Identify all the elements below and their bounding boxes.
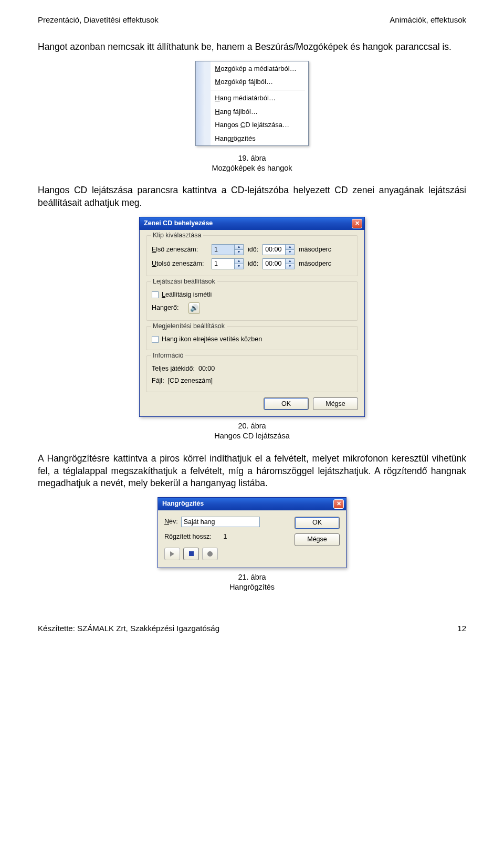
spin-down-icon[interactable]: ▼ (235, 250, 243, 255)
record-dialog-title: Hangrögzítés (162, 499, 204, 508)
checkbox-box-icon[interactable] (152, 336, 159, 343)
page-footer: Készítette: SZÁMALK Zrt, Szakképzési Iga… (38, 623, 466, 634)
repeat-checkbox[interactable]: Leállításig ismétli (152, 290, 352, 299)
group-display: Megjelenítési beállítások Hang ikon elre… (146, 326, 358, 351)
cancel-button[interactable]: Mégse (295, 533, 340, 546)
first-track-spinner[interactable]: ▲▼ (212, 244, 244, 255)
group-clip-select: Klip kiválasztása Első zeneszám: ▲▼ idő:… (146, 235, 358, 276)
cd-dialog-titlebar[interactable]: Zenei CD behelyezése ✕ (140, 217, 364, 230)
play-button[interactable] (164, 548, 180, 560)
paragraph-3: A Hangrögzítésre kattintva a piros körre… (38, 453, 466, 490)
context-menu: Mozgókép a médiatárból… Mozgókép fájlból… (195, 61, 308, 146)
cd-dialog: Zenei CD behelyezése ✕ Klip kiválasztása… (139, 217, 365, 417)
first-time-input[interactable] (263, 245, 285, 255)
last-time-input[interactable] (263, 259, 285, 269)
first-time-label: idő: (248, 245, 258, 254)
group-clip-legend: Klip kiválasztása (151, 231, 203, 240)
record-dialog-titlebar[interactable]: Hangrögzítés ✕ (158, 498, 346, 510)
paragraph-1: Hangot azonban nemcsak itt állíthatunk b… (38, 41, 466, 54)
hide-icon-label: Hang ikon elrejtése vetítés közben (162, 335, 262, 344)
stop-icon (189, 551, 194, 556)
caption-21-line2: Hangrögzítés (229, 583, 275, 591)
last-track-input[interactable] (212, 259, 234, 269)
page-header: Prezentáció, Diavetítési effektusok Anim… (38, 15, 466, 25)
volume-label: Hangerő: (152, 303, 184, 312)
first-track-label: Első zeneszám: (152, 245, 207, 254)
ok-button[interactable]: OK (295, 517, 340, 529)
caption-19: 19. ábra Mozgóképek és hangok (38, 153, 466, 173)
menu-item-sound-file[interactable]: Hang fájlból… (211, 105, 308, 119)
group-display-legend: Megjelenítési beállítások (151, 322, 227, 331)
spin-up-icon[interactable]: ▲ (235, 259, 243, 264)
file-label: Fájl: (152, 377, 164, 384)
figure-20: Zenei CD behelyezése ✕ Klip kiválasztása… (38, 217, 466, 417)
checkbox-box-icon[interactable] (152, 291, 159, 298)
ok-button[interactable]: OK (264, 397, 309, 410)
file-value: [CD zeneszám] (168, 377, 213, 384)
first-track-input[interactable] (212, 245, 234, 255)
cd-dialog-title: Zenei CD behelyezése (144, 219, 213, 228)
menu-item-sound-media[interactable]: Hang médiatárból… (211, 91, 308, 105)
figure-21: Hangrögzítés ✕ Név: Rögzített hossz: 1 (38, 497, 466, 568)
last-track-spinner[interactable]: ▲▼ (212, 258, 244, 269)
total-time-row: Teljes játékidő: 00:00 (152, 364, 352, 373)
menu-icon-strip (196, 61, 211, 145)
speaker-icon[interactable]: 🔊 (188, 302, 200, 314)
rec-length-value: 1 (224, 532, 227, 541)
last-unit: másodperc (299, 259, 331, 268)
footer-page-number: 12 (457, 623, 466, 634)
record-icon (207, 551, 213, 557)
hide-icon-checkbox[interactable]: Hang ikon elrejtése vetítés közben (152, 335, 352, 344)
group-info-legend: Információ (151, 351, 185, 360)
caption-21: 21. ábra Hangrögzítés (38, 572, 466, 592)
play-icon (170, 551, 174, 557)
rec-name-label: Név: (164, 517, 178, 526)
spin-down-icon[interactable]: ▼ (286, 250, 294, 255)
total-time-label: Teljes játékidő: (152, 365, 195, 372)
header-left: Prezentáció, Diavetítési effektusok (38, 15, 159, 25)
caption-21-line1: 21. ábra (238, 573, 266, 581)
last-track-label: Utolsó zeneszám: (152, 259, 207, 268)
group-playback-legend: Lejátszási beállítások (151, 277, 217, 286)
caption-20-line1: 20. ábra (238, 422, 266, 430)
total-time-value: 00:00 (198, 365, 215, 372)
header-right: Animációk, effektusok (390, 15, 466, 25)
menu-item-cd-play[interactable]: Hangos CD lejátszása… (211, 118, 308, 132)
menu-item-record[interactable]: Hangrögzítés (211, 132, 308, 145)
menu-item-movie-file[interactable]: Mozgókép fájlból… (211, 75, 308, 89)
menu-separator (211, 90, 304, 90)
group-info: Információ Teljes játékidő: 00:00 Fájl: … (146, 355, 358, 392)
group-playback: Lejátszási beállítások Leállításig ismét… (146, 281, 358, 321)
spin-up-icon[interactable]: ▲ (286, 259, 294, 264)
caption-19-line1: 19. ábra (238, 154, 266, 162)
caption-20-line2: Hangos CD lejátszása (214, 432, 289, 440)
spin-up-icon[interactable]: ▲ (286, 245, 294, 250)
spin-down-icon[interactable]: ▼ (286, 264, 294, 269)
paragraph-2: Hangos CD lejátszása parancsra kattintva… (38, 184, 466, 209)
spin-down-icon[interactable]: ▼ (235, 264, 243, 269)
record-dialog: Hangrögzítés ✕ Név: Rögzített hossz: 1 (158, 497, 346, 568)
repeat-label: Leállításig ismétli (162, 290, 212, 299)
close-icon[interactable]: ✕ (333, 499, 344, 509)
menu-item-movie-media[interactable]: Mozgókép a médiatárból… (211, 62, 308, 76)
stop-button[interactable] (183, 548, 199, 560)
rec-length-label: Rögzített hossz: (164, 532, 212, 541)
record-button[interactable] (202, 548, 218, 560)
figure-19: Mozgókép a médiatárból… Mozgókép fájlból… (38, 61, 466, 149)
caption-19-line2: Mozgóképek és hangok (212, 164, 292, 172)
first-time-spinner[interactable]: ▲▼ (262, 244, 295, 255)
spin-up-icon[interactable]: ▲ (235, 245, 243, 250)
last-time-label: idő: (248, 259, 258, 268)
first-unit: másodperc (299, 245, 331, 254)
close-icon[interactable]: ✕ (352, 219, 362, 228)
caption-20: 20. ábra Hangos CD lejátszása (38, 421, 466, 441)
last-time-spinner[interactable]: ▲▼ (262, 258, 295, 269)
rec-name-input[interactable] (181, 517, 260, 527)
footer-left: Készítette: SZÁMALK Zrt, Szakképzési Iga… (38, 623, 219, 634)
cancel-button[interactable]: Mégse (313, 397, 358, 410)
file-row: Fájl: [CD zeneszám] (152, 376, 352, 385)
